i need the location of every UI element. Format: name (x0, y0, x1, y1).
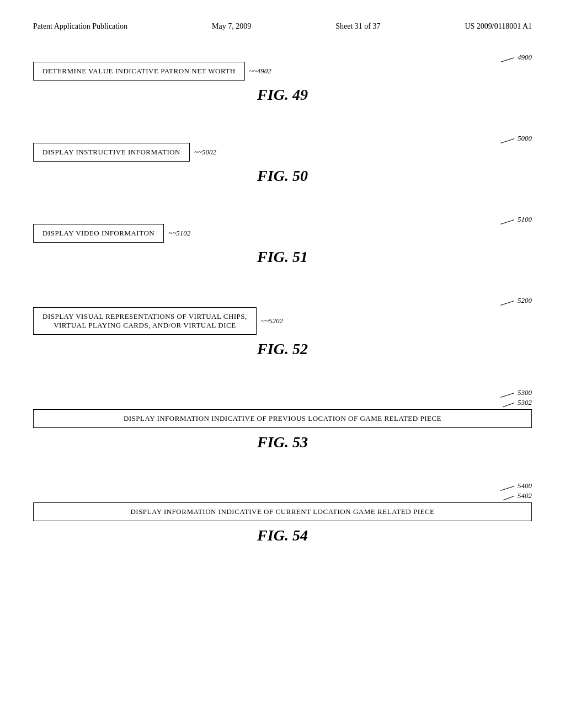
outer-ref-5000: 5000 (33, 134, 532, 143)
box-line1: DISPLAY VISUAL REPRESENTATIONS OF VIRTUA… (42, 312, 247, 321)
process-box-5002: DISPLAY INSTRUCTIVE INFORMATION (33, 143, 190, 162)
box-row-5402: DISPLAY INFORMATION INDICATIVE OF CURREN… (33, 502, 532, 521)
outer-ref-5200-container: 5200 (33, 296, 532, 305)
ref-5100: 5100 (500, 215, 532, 224)
box-row-5002: DISPLAY INSTRUCTIVE INFORMATION ~5002 (33, 143, 532, 162)
diagram-50: 5000 DISPLAY INSTRUCTIVE INFORMATION ~50… (33, 134, 532, 185)
ref-4900: 4900 (500, 53, 532, 62)
diagram-49: 4900 DETERMINE VALUE INDICATIVE PATRON N… (33, 53, 532, 104)
ref-5002: ~5002 (194, 148, 216, 157)
box-row-5302: DISPLAY INFORMATION INDICATIVE OF PREVIO… (33, 409, 532, 428)
page-header: Patent Application Publication May 7, 20… (33, 22, 532, 31)
outer-ref-5300-container: 5300 (33, 388, 532, 397)
ref-5000: 5000 (500, 134, 532, 143)
outer-ref-5400-container: 5400 (33, 481, 532, 490)
outer-ref-4900: 4900 (33, 53, 532, 62)
ref-4902: ~4902 (249, 67, 271, 76)
ref-5102: ~5102 (168, 229, 190, 238)
process-box-4902: DETERMINE VALUE INDICATIVE PATRON NET WO… (33, 62, 245, 81)
fig-51-label: FIG. 51 (33, 248, 532, 266)
diagram-52: 5200 DISPLAY VISUAL REPRESENTATIONS OF V… (33, 296, 532, 358)
ref-5400: 5400 (500, 481, 532, 490)
fig-54-label: FIG. 54 (33, 527, 532, 544)
fig-52-label: FIG. 52 (33, 340, 532, 358)
fig-53-label: FIG. 53 (33, 433, 532, 451)
page-container: Patent Application Publication May 7, 20… (0, 0, 565, 728)
box-row-5102: DISPLAY VIDEO INFORMAITON ~5102 (33, 224, 532, 243)
header-patent-number: US 2009/0118001 A1 (465, 22, 532, 31)
diagram-51: 5100 DISPLAY VIDEO INFORMAITON ~5102 FIG… (33, 215, 532, 266)
header-date: May 7, 2009 (212, 22, 251, 31)
ref-5402-container: 5402 (33, 491, 532, 500)
process-box-5402: DISPLAY INFORMATION INDICATIVE OF CURREN… (33, 502, 532, 521)
fig-50-label: FIG. 50 (33, 167, 532, 185)
ref-5200: 5200 (500, 296, 532, 305)
outer-ref-5100: 5100 (33, 215, 532, 224)
ref-5202: ~5202 (261, 317, 283, 325)
process-box-5102: DISPLAY VIDEO INFORMAITON (33, 224, 164, 243)
ref-5300: 5300 (500, 388, 532, 397)
process-box-5202: DISPLAY VISUAL REPRESENTATIONS OF VIRTUA… (33, 307, 257, 335)
ref-5302-container: 5302 (33, 398, 532, 407)
box-row-5202: DISPLAY VISUAL REPRESENTATIONS OF VIRTUA… (33, 307, 532, 335)
process-box-5302: DISPLAY INFORMATION INDICATIVE OF PREVIO… (33, 409, 532, 428)
diagram-53: 5300 5302 DISPLAY INFORMATION INDICATIVE… (33, 388, 532, 451)
fig-49-label: FIG. 49 (33, 86, 532, 104)
box-row-4902: DETERMINE VALUE INDICATIVE PATRON NET WO… (33, 62, 532, 81)
header-sheet: Sheet 31 of 37 (335, 22, 380, 31)
diagram-54: 5400 5402 DISPLAY INFORMATION INDICATIVE… (33, 481, 532, 544)
header-publication-label: Patent Application Publication (33, 22, 127, 31)
box-line2: VIRTUAL PLAYING CARDS, AND/OR VIRTUAL DI… (42, 321, 247, 330)
